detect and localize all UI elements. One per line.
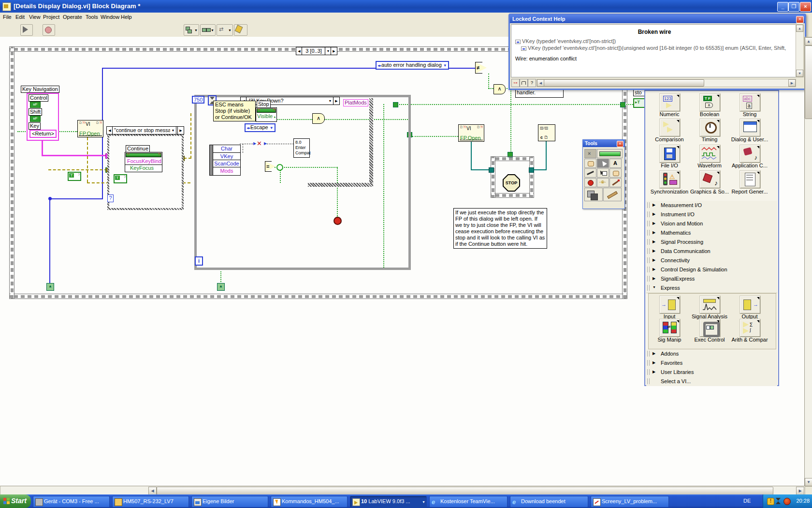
category-addons[interactable]: ▶Addons <box>646 349 777 359</box>
palette-string[interactable]: abca <box>740 94 760 111</box>
taskbar-button-kommandos[interactable]: Kommandos_HM504_... <box>271 496 348 508</box>
case-selector-label[interactable]: "continue or stop messag <box>112 126 178 134</box>
ch-scroll-right-icon[interactable]: ▶ <box>788 79 796 87</box>
stop-seq-left-terminal[interactable] <box>489 167 494 173</box>
taskbar-button-teamviewer[interactable]: eKostenloser TeamVie... <box>429 496 508 508</box>
category-express[interactable]: ▼Express <box>646 284 777 293</box>
escape-enum-constant[interactable]: ◂▸Escape ▼ <box>245 123 276 132</box>
wire-magenta-h[interactable] <box>42 155 108 156</box>
diagram-hscrollbar[interactable]: ◀ ▶ <box>0 486 805 495</box>
sequence-selector-label[interactable]: 3 [0..3] <box>302 47 326 55</box>
wire-error-h1[interactable] <box>48 169 107 170</box>
menu-help[interactable]: Help <box>121 14 132 20</box>
broken-wire-right[interactable] <box>267 144 294 144</box>
hscroll-left-icon[interactable]: ◀ <box>148 487 157 495</box>
object-menu-tool[interactable] <box>597 168 609 178</box>
category-user-libraries[interactable]: ▶User Libraries <box>646 368 777 377</box>
wire-error-v1[interactable] <box>87 137 88 182</box>
focuskeybind-row[interactable]: FocusKeyBind <box>125 158 162 165</box>
event-field-char[interactable]: Char <box>213 145 240 153</box>
run-button[interactable] <box>20 24 33 36</box>
close-reference-node[interactable]: ▨/▨ c 🗋 <box>538 124 555 141</box>
scroll-tool[interactable] <box>609 168 622 178</box>
tools-palette-window[interactable]: Tools × × A -⊕- <box>582 139 625 209</box>
maximize-button[interactable]: ❐ <box>788 2 799 12</box>
visible-row[interactable]: Visible ▸ <box>256 113 276 120</box>
event-data-node[interactable]: Char VKey ScanCode Mods <box>209 145 241 176</box>
category-vision-motion[interactable]: ▶Vision and Motion <box>646 219 777 229</box>
invoke-node-fpopen-2[interactable]: 🗋?! 🗋?! VI FP.Open <box>458 124 484 142</box>
hscroll-right-icon[interactable]: ▶ <box>796 487 804 495</box>
operate-tool[interactable] <box>584 159 596 168</box>
palette-graphics-sound[interactable]: ♪ <box>700 171 720 188</box>
brush-tool[interactable] <box>603 188 622 201</box>
true-constant-case[interactable]: Tʔ <box>114 174 127 183</box>
taskbar-button-screeny[interactable]: Screeny_LV_problem... <box>591 496 669 508</box>
loop-terminal-mid[interactable]: ▲ <box>217 283 225 291</box>
diagram-vscrollbar[interactable]: ▲ ▼ <box>804 37 812 487</box>
wire-blue-h2[interactable] <box>49 198 102 199</box>
wire-teal-v1[interactable] <box>471 140 472 170</box>
tools-close-icon[interactable]: × <box>617 141 624 147</box>
express-arith-compar[interactable]: Σ∫ <box>740 319 760 337</box>
platmods-label[interactable]: PlatMods <box>343 99 368 106</box>
auto-tool-button[interactable]: × <box>584 149 596 158</box>
color-copy-tool[interactable] <box>609 178 622 187</box>
property-node-focus[interactable]: ?!?! FocusKeyBind KeyFocus <box>125 152 162 172</box>
cleanup-diagram-button[interactable] <box>234 24 247 36</box>
event-field-mods[interactable]: Mods <box>213 167 240 174</box>
category-connectivity[interactable]: ▶Connectivity <box>646 256 777 266</box>
menu-view[interactable]: View <box>29 14 41 20</box>
start-button[interactable]: Start <box>0 494 31 508</box>
select-a-vi-item[interactable]: Select a VI... <box>646 377 777 386</box>
and-gate-top[interactable]: ∧ <box>493 84 506 94</box>
color-tool[interactable] <box>584 188 603 201</box>
context-help-vscrollbar[interactable]: ▲ ▼ <box>796 24 804 77</box>
category-instrument-io[interactable]: ▶Instrument I/O <box>646 210 777 220</box>
key-navigation-label[interactable]: Key Navigation <box>21 86 59 93</box>
loop-terminal-left[interactable]: ▲ <box>46 283 54 291</box>
express-input[interactable]: → <box>660 296 680 314</box>
event-iteration-terminal[interactable]: i <box>195 256 203 266</box>
menu-operate[interactable]: Operate <box>63 14 82 20</box>
case-next-arrow[interactable]: ▶ <box>177 126 184 134</box>
sequence-frame-bottom[interactable] <box>9 294 627 299</box>
palette-timing[interactable] <box>700 119 720 136</box>
category-control-design[interactable]: ▶Control Design & Simulation <box>646 265 777 275</box>
broken-wire-x-icon[interactable]: ✕ <box>257 140 262 147</box>
express-sig-manip[interactable]: ⇄ <box>660 319 680 337</box>
vscroll-down-icon[interactable]: ▼ <box>805 478 812 486</box>
timeout-constant[interactable]: 750 <box>192 96 204 104</box>
taskbar-button-hm507[interactable]: HM507_RS-232_LV7 <box>112 496 189 508</box>
stop-seq-right-terminal[interactable] <box>529 167 534 173</box>
keyfocus-row[interactable]: KeyFocus <box>125 165 162 171</box>
event-next-arrow[interactable]: ▶ <box>333 97 340 105</box>
vscroll-up-icon[interactable]: ▲ <box>805 37 812 45</box>
language-indicator[interactable]: DE <box>743 498 751 504</box>
invoke-node-fpopen-1[interactable]: 🗋?! 🗋?! VI FP.Open <box>77 120 103 137</box>
express-signal-analysis[interactable] <box>700 296 720 314</box>
wire-green-neq-down[interactable] <box>488 74 489 89</box>
case-selector-dropdown[interactable]: ▼ <box>170 126 176 134</box>
ch-lock-button[interactable] <box>520 79 528 87</box>
palette-application-control[interactable]: ♪ <box>740 145 760 163</box>
menu-file[interactable]: File <box>3 14 12 20</box>
wire-tool[interactable] <box>584 168 596 178</box>
probe-tool[interactable]: -⊕- <box>597 178 609 187</box>
wire-teal-h1[interactable] <box>471 169 491 170</box>
wire-blue-top[interactable] <box>102 68 376 69</box>
wire-blue-top2[interactable] <box>446 68 475 69</box>
ch-scroll-left-icon[interactable]: ◀ <box>537 79 544 87</box>
context-help-window[interactable]: Locked Context Help × Broken wire ◂▸ VKe… <box>508 14 806 90</box>
context-help-hscrollbar[interactable]: ◀ ▶ <box>536 79 796 87</box>
menu-window[interactable]: Window <box>101 14 119 20</box>
true-constant-outer[interactable]: Tʔ <box>68 172 81 181</box>
palette-comparison[interactable] <box>660 119 680 136</box>
align-objects-button[interactable]: ▼ <box>184 24 199 36</box>
and-gate-event[interactable]: ∧ <box>312 113 325 124</box>
wire-green-long[interactable] <box>395 104 623 105</box>
category-signalexpress[interactable]: ▶SignalExpress <box>646 274 777 284</box>
junction-blue-dot[interactable] <box>48 197 52 200</box>
palette-numeric[interactable]: 123 <box>660 94 680 111</box>
junction-green-2[interactable] <box>620 102 625 107</box>
